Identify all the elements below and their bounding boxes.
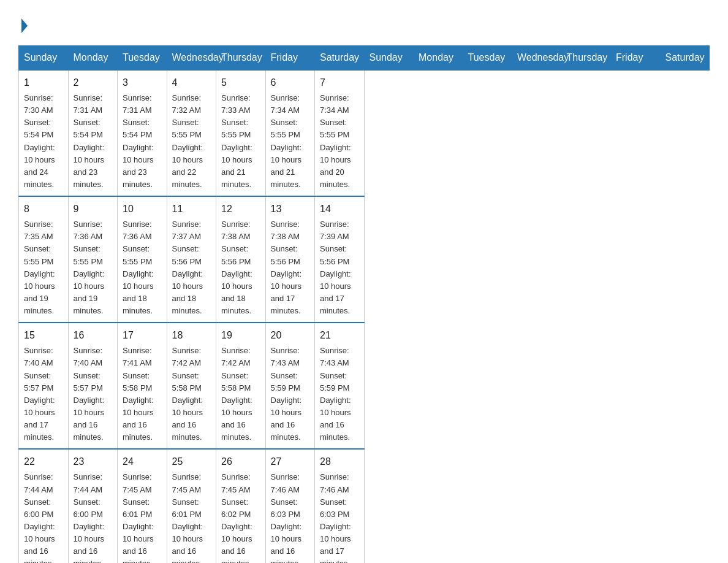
calendar-cell: 3Sunrise: 7:31 AMSunset: 5:54 PMDaylight… — [118, 70, 167, 196]
day-number: 22 — [24, 454, 63, 469]
logo-arrow-icon — [21, 18, 28, 33]
day-info: Sunrise: 7:38 AMSunset: 5:56 PMDaylight:… — [271, 220, 302, 315]
day-number: 5 — [221, 75, 260, 90]
column-header-friday: Friday — [611, 46, 661, 71]
calendar-week-row: 1Sunrise: 7:30 AMSunset: 5:54 PMDaylight… — [19, 70, 710, 196]
day-info: Sunrise: 7:40 AMSunset: 5:57 PMDaylight:… — [74, 346, 105, 442]
day-number: 7 — [320, 75, 359, 90]
logo — [18, 18, 28, 33]
calendar-cell: 2Sunrise: 7:31 AMSunset: 5:54 PMDaylight… — [68, 70, 118, 196]
day-info: Sunrise: 7:45 AMSunset: 6:02 PMDaylight:… — [221, 472, 252, 563]
calendar-cell: 7Sunrise: 7:34 AMSunset: 5:55 PMDaylight… — [315, 70, 365, 196]
calendar-cell: 27Sunrise: 7:46 AMSunset: 6:03 PMDayligh… — [265, 449, 315, 563]
column-header-thursday: Thursday — [561, 46, 611, 71]
calendar-cell: 13Sunrise: 7:38 AMSunset: 5:56 PMDayligh… — [265, 196, 315, 323]
day-info: Sunrise: 7:31 AMSunset: 5:54 PMDaylight:… — [123, 93, 154, 189]
column-header-tuesday: Tuesday — [118, 46, 167, 71]
day-info: Sunrise: 7:34 AMSunset: 5:55 PMDaylight:… — [271, 93, 302, 189]
day-info: Sunrise: 7:35 AMSunset: 5:55 PMDaylight:… — [24, 220, 55, 315]
day-info: Sunrise: 7:44 AMSunset: 6:00 PMDaylight:… — [24, 472, 55, 563]
day-number: 13 — [271, 202, 310, 216]
calendar-cell: 9Sunrise: 7:36 AMSunset: 5:55 PMDaylight… — [68, 196, 118, 323]
day-info: Sunrise: 7:43 AMSunset: 5:59 PMDaylight:… — [271, 346, 302, 442]
day-number: 17 — [123, 328, 162, 343]
day-info: Sunrise: 7:46 AMSunset: 6:03 PMDaylight:… — [271, 472, 302, 563]
day-number: 19 — [221, 328, 260, 343]
day-info: Sunrise: 7:34 AMSunset: 5:55 PMDaylight:… — [320, 93, 351, 189]
day-info: Sunrise: 7:41 AMSunset: 5:58 PMDaylight:… — [123, 346, 154, 442]
day-info: Sunrise: 7:45 AMSunset: 6:01 PMDaylight:… — [172, 472, 203, 563]
calendar-cell: 24Sunrise: 7:45 AMSunset: 6:01 PMDayligh… — [118, 449, 167, 563]
day-number: 28 — [320, 454, 359, 469]
calendar-cell: 10Sunrise: 7:36 AMSunset: 5:55 PMDayligh… — [118, 196, 167, 323]
day-number: 10 — [123, 202, 162, 216]
column-header-tuesday: Tuesday — [463, 46, 512, 71]
day-number: 1 — [24, 75, 63, 90]
column-header-wednesday: Wednesday — [512, 46, 562, 71]
day-number: 8 — [24, 202, 63, 216]
calendar-cell: 15Sunrise: 7:40 AMSunset: 5:57 PMDayligh… — [19, 323, 69, 449]
day-number: 12 — [221, 202, 260, 216]
calendar-cell: 11Sunrise: 7:37 AMSunset: 5:56 PMDayligh… — [167, 196, 216, 323]
calendar-cell: 28Sunrise: 7:46 AMSunset: 6:03 PMDayligh… — [315, 449, 365, 563]
calendar-cell: 14Sunrise: 7:39 AMSunset: 5:56 PMDayligh… — [315, 196, 365, 323]
day-number: 27 — [271, 454, 310, 469]
day-number: 14 — [320, 202, 359, 216]
calendar-week-row: 8Sunrise: 7:35 AMSunset: 5:55 PMDaylight… — [19, 196, 710, 323]
calendar-cell: 23Sunrise: 7:44 AMSunset: 6:00 PMDayligh… — [68, 449, 118, 563]
calendar-week-row: 22Sunrise: 7:44 AMSunset: 6:00 PMDayligh… — [19, 449, 710, 563]
day-number: 18 — [172, 328, 211, 343]
column-header-thursday: Thursday — [216, 46, 266, 71]
column-header-monday: Monday — [414, 46, 463, 71]
day-number: 21 — [320, 328, 359, 343]
calendar-cell: 8Sunrise: 7:35 AMSunset: 5:55 PMDaylight… — [19, 196, 69, 323]
calendar-cell: 16Sunrise: 7:40 AMSunset: 5:57 PMDayligh… — [68, 323, 118, 449]
day-number: 16 — [74, 328, 113, 343]
calendar-cell: 26Sunrise: 7:45 AMSunset: 6:02 PMDayligh… — [216, 449, 266, 563]
column-header-friday: Friday — [265, 46, 315, 71]
calendar-cell: 25Sunrise: 7:45 AMSunset: 6:01 PMDayligh… — [167, 449, 216, 563]
day-info: Sunrise: 7:45 AMSunset: 6:01 PMDaylight:… — [123, 472, 154, 563]
day-info: Sunrise: 7:42 AMSunset: 5:58 PMDaylight:… — [172, 346, 203, 442]
day-number: 24 — [123, 454, 162, 469]
day-info: Sunrise: 7:42 AMSunset: 5:58 PMDaylight:… — [221, 346, 252, 442]
calendar-cell: 4Sunrise: 7:32 AMSunset: 5:55 PMDaylight… — [167, 70, 216, 196]
day-number: 25 — [172, 454, 211, 469]
day-info: Sunrise: 7:33 AMSunset: 5:55 PMDaylight:… — [221, 93, 252, 189]
calendar-cell: 22Sunrise: 7:44 AMSunset: 6:00 PMDayligh… — [19, 449, 69, 563]
calendar-cell: 20Sunrise: 7:43 AMSunset: 5:59 PMDayligh… — [265, 323, 315, 449]
day-number: 9 — [74, 202, 113, 216]
day-number: 3 — [123, 75, 162, 90]
calendar-cell: 17Sunrise: 7:41 AMSunset: 5:58 PMDayligh… — [118, 323, 167, 449]
calendar-cell: 1Sunrise: 7:30 AMSunset: 5:54 PMDaylight… — [19, 70, 69, 196]
calendar-cell: 18Sunrise: 7:42 AMSunset: 5:58 PMDayligh… — [167, 323, 216, 449]
column-header-wednesday: Wednesday — [167, 46, 216, 71]
day-info: Sunrise: 7:39 AMSunset: 5:56 PMDaylight:… — [320, 220, 351, 315]
day-number: 11 — [172, 202, 211, 216]
calendar-header-row: SundayMondayTuesdayWednesdayThursdayFrid… — [19, 46, 710, 71]
column-header-sunday: Sunday — [364, 46, 414, 71]
day-info: Sunrise: 7:36 AMSunset: 5:55 PMDaylight:… — [74, 220, 105, 315]
day-info: Sunrise: 7:43 AMSunset: 5:59 PMDaylight:… — [320, 346, 351, 442]
column-header-saturday: Saturday — [660, 46, 710, 71]
calendar-table: SundayMondayTuesdayWednesdayThursdayFrid… — [18, 45, 710, 563]
day-info: Sunrise: 7:37 AMSunset: 5:56 PMDaylight:… — [172, 220, 203, 315]
day-info: Sunrise: 7:31 AMSunset: 5:54 PMDaylight:… — [74, 93, 105, 189]
column-header-sunday: Sunday — [19, 46, 69, 71]
day-number: 26 — [221, 454, 260, 469]
day-number: 15 — [24, 328, 63, 343]
day-info: Sunrise: 7:32 AMSunset: 5:55 PMDaylight:… — [172, 93, 203, 189]
calendar-cell: 12Sunrise: 7:38 AMSunset: 5:56 PMDayligh… — [216, 196, 266, 323]
calendar-cell: 5Sunrise: 7:33 AMSunset: 5:55 PMDaylight… — [216, 70, 266, 196]
calendar-cell: 21Sunrise: 7:43 AMSunset: 5:59 PMDayligh… — [315, 323, 365, 449]
day-info: Sunrise: 7:38 AMSunset: 5:56 PMDaylight:… — [221, 220, 252, 315]
calendar-cell: 19Sunrise: 7:42 AMSunset: 5:58 PMDayligh… — [216, 323, 266, 449]
day-info: Sunrise: 7:30 AMSunset: 5:54 PMDaylight:… — [24, 93, 55, 189]
day-number: 4 — [172, 75, 211, 90]
day-info: Sunrise: 7:36 AMSunset: 5:55 PMDaylight:… — [123, 220, 154, 315]
column-header-saturday: Saturday — [315, 46, 365, 71]
day-number: 23 — [74, 454, 113, 469]
calendar-cell: 6Sunrise: 7:34 AMSunset: 5:55 PMDaylight… — [265, 70, 315, 196]
column-header-monday: Monday — [68, 46, 118, 71]
day-number: 2 — [74, 75, 113, 90]
